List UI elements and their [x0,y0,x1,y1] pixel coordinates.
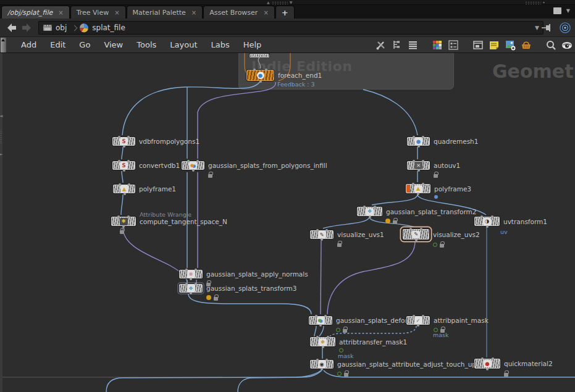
node-autouv1[interactable]: ✕ [406,161,430,170]
tab-close-icon[interactable]: × [58,9,63,16]
splitter-grip-icon[interactable] [0,131,2,144]
input-connector[interactable] [316,229,319,231]
node-gaussian_splats_attribute_adjust_touch_up[interactable]: ◉ [309,359,334,369]
eye-icon[interactable] [561,40,573,51]
output-connector[interactable] [259,80,262,83]
output-connector[interactable] [418,169,420,172]
input-connector[interactable] [491,215,493,218]
left-splitter-strip[interactable]: ◄ ► [0,53,2,392]
node-attribpaint_mask[interactable]: ✓ [406,315,430,325]
input-connector[interactable] [422,136,424,138]
input-connector[interactable] [195,283,197,285]
pane-menu-chevron-icon[interactable]: ▼ [566,8,570,14]
menu-tools[interactable]: Tools [136,40,156,49]
input-connector[interactable] [265,69,267,71]
input-connector[interactable] [409,228,412,230]
input-connector[interactable] [481,357,484,360]
node-quadremesh1[interactable]: ● [406,136,430,146]
menu-layout[interactable]: Layout [170,40,197,49]
node-quickmaterial2[interactable]: ● [474,358,501,369]
output-connector[interactable] [123,169,125,172]
input-connector[interactable] [185,283,188,285]
node-convertvdb1[interactable]: S [112,161,136,170]
node-gaussian_splats_from_polygons_infill[interactable]: ● [181,161,205,170]
input-connector[interactable] [253,69,256,71]
search-icon[interactable] [545,40,556,51]
pane-maximize-icon[interactable] [553,7,561,14]
input-connector[interactable] [412,183,414,185]
menu-view[interactable]: View [104,40,123,49]
follow-target-icon[interactable] [559,22,571,34]
input-connector[interactable] [413,315,415,317]
input-connector[interactable] [315,315,317,317]
pin-icon[interactable] [540,22,553,33]
path-dropdown-icon[interactable]: ▼ [535,25,539,31]
menu-go[interactable]: Go [79,40,90,49]
input-connector[interactable] [117,215,120,218]
input-connector[interactable] [374,206,376,208]
network-path-field[interactable]: obj splat_file ▼ [38,21,544,35]
tab-tree-view[interactable]: Tree View× [70,6,126,19]
input-connector[interactable] [324,315,327,317]
output-connector[interactable] [322,346,324,348]
network-editor-canvas[interactable]: Indie Edition Geometry ●foreach_end1Feed… [0,53,575,392]
input-connector[interactable] [127,215,130,218]
input-connector[interactable] [481,215,483,218]
tab-material-palette[interactable]: Material Palette× [127,6,203,19]
tab-close-icon[interactable]: × [263,9,268,16]
breadcrumb-current[interactable]: splat_file [92,23,125,32]
input-connector[interactable] [422,160,424,162]
input-connector[interactable] [325,359,328,361]
node-vdbfrompolygons1[interactable]: S [112,136,136,146]
window-layout-icon[interactable] [472,40,484,51]
node-compute_tangent_space_N[interactable]: ✱ [111,216,136,227]
input-connector[interactable] [127,160,130,162]
node-uvtransform1[interactable]: ◑ [474,216,500,227]
node-gaussian_splats_deform1[interactable]: ● [308,315,333,325]
node-polyframe3[interactable]: ▲ [405,183,431,194]
list-icon[interactable] [406,40,418,51]
input-connector[interactable] [422,315,424,317]
node-polyframe1[interactable]: ▲ [112,184,136,194]
display-flag[interactable] [406,185,410,193]
input-connector[interactable] [492,357,494,360]
node-gaussian_splats_apply_normals[interactable]: ❋ [178,269,203,279]
menu-add[interactable]: Add [21,40,36,49]
input-connector[interactable] [327,336,329,338]
new-tab-button[interactable]: + [275,6,295,19]
input-connector[interactable] [316,359,319,361]
node-gaussian_splats_transform2[interactable]: ❖ [356,206,383,217]
tab-asset-browser[interactable]: Asset Browser× [203,6,275,19]
pane-handle[interactable] [1,38,6,52]
output-connector[interactable] [415,239,418,241]
input-connector[interactable] [316,336,319,338]
splitter-arrow-icon[interactable]: ◄ [0,114,2,119]
breadcrumb-root[interactable]: obj [56,23,67,32]
splitter-grip[interactable]: ▲▼ [267,1,292,4]
output-connector[interactable] [486,225,489,228]
input-connector[interactable] [420,228,422,230]
input-connector[interactable] [127,136,130,138]
node-gaussian_splats_transform3[interactable]: ❖ [178,283,203,293]
menu-help[interactable]: Help [243,40,262,49]
splitter-grip-right[interactable]: ▾ [525,1,545,4]
input-connector[interactable] [185,269,188,271]
input-connector[interactable] [195,269,197,271]
pane-splitter-strip[interactable]: ▲▼ ▾ [0,0,575,5]
output-connector[interactable] [192,169,195,172]
tab-close-icon[interactable]: × [191,9,196,16]
back-arrow-icon[interactable] [6,23,17,33]
tab-close-icon[interactable]: × [114,9,119,16]
forward-arrow-icon[interactable] [21,23,32,33]
node-partial-top-node[interactable] [249,53,270,57]
menu-edit[interactable]: Edit [50,40,65,49]
node-attribtransfer_mask1[interactable]: ◆ [309,336,336,347]
input-connector[interactable] [196,160,199,162]
output-connector[interactable] [124,193,126,195]
input-connector[interactable] [128,183,130,186]
output-connector[interactable] [123,145,125,148]
basket-icon[interactable] [520,40,532,51]
output-connector[interactable] [418,145,420,148]
sticky-note-icon[interactable] [488,40,500,51]
palette-icon[interactable] [431,40,443,51]
